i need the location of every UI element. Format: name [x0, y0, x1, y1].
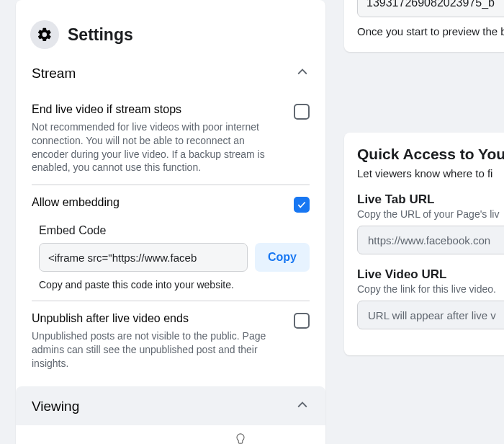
live-tab-url-label: Live Tab URL — [357, 192, 504, 207]
end-if-stops-desc: Not recommended for live videos with poo… — [32, 120, 269, 175]
stream-section-toggle[interactable]: Stream — [16, 53, 325, 92]
viewing-section: Viewing — [16, 386, 325, 425]
stream-section-label: Stream — [32, 66, 76, 81]
embed-code-label: Embed Code — [39, 224, 310, 237]
setting-end-if-stops: End live video if stream stops Not recom… — [16, 92, 325, 174]
chevron-up-icon — [295, 398, 310, 415]
stream-key-panel: 139317269082023975_b Once you start to p… — [344, 0, 504, 52]
preview-hint-text: Once you start to preview the br go live… — [357, 25, 504, 39]
setting-unpublish: Unpublish after live video ends Unpublis… — [16, 301, 325, 370]
settings-title: Settings — [68, 25, 133, 45]
setting-allow-embedding: Allow embedding — [16, 185, 325, 213]
viewing-section-label: Viewing — [32, 399, 79, 414]
end-if-stops-label: End live video if stream stops — [32, 102, 269, 117]
end-if-stops-checkbox[interactable] — [294, 104, 310, 120]
embed-code-hint: Copy and paste this code into your websi… — [39, 279, 310, 290]
settings-panel: Settings Stream End live video if stream… — [16, 0, 325, 444]
viewing-section-toggle[interactable]: Viewing — [16, 386, 325, 425]
quick-access-title: Quick Access to You — [357, 146, 504, 163]
allow-embedding-checkbox[interactable] — [294, 197, 310, 213]
unpublish-desc: Unpublished posts are not visible to the… — [32, 329, 269, 370]
quick-access-panel: Quick Access to You Let viewers know whe… — [344, 133, 504, 355]
unpublish-label: Unpublish after live video ends — [32, 311, 269, 327]
live-tab-url-desc: Copy the URL of your Page's liv — [357, 208, 504, 220]
live-video-url-label: Live Video URL — [357, 267, 504, 282]
chevron-up-icon — [295, 65, 310, 82]
copy-embed-button[interactable]: Copy — [255, 243, 310, 272]
live-video-url-block: Live Video URL Copy the link for this li… — [357, 267, 504, 329]
live-video-url-input[interactable]: URL will appear after live v — [357, 301, 504, 329]
embed-code-block: Embed Code Copy Copy and paste this code… — [16, 213, 325, 290]
allow-embedding-label: Allow embedding — [32, 195, 120, 210]
gear-icon — [30, 20, 59, 49]
live-tab-url-block: Live Tab URL Copy the URL of your Page's… — [357, 192, 504, 254]
settings-header: Settings — [16, 12, 325, 53]
embed-code-input[interactable] — [39, 243, 248, 272]
stream-id-input[interactable]: 139317269082023975_b — [357, 0, 504, 17]
quick-access-subtitle: Let viewers know where to fi — [357, 167, 504, 179]
unpublish-checkbox[interactable] — [294, 313, 310, 329]
live-tab-url-input[interactable]: https://www.facebook.con — [357, 226, 504, 254]
live-video-url-desc: Copy the link for this live video. — [357, 283, 504, 295]
